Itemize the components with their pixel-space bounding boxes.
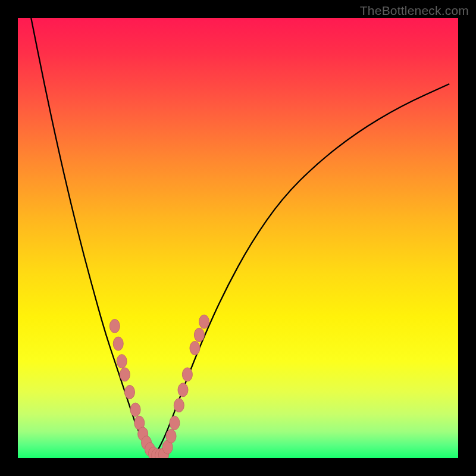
chart-frame: TheBottleneck.com: [0, 0, 476, 476]
data-marker: [166, 430, 176, 443]
data-marker: [174, 399, 184, 412]
data-marker: [109, 320, 120, 333]
watermark-text: TheBottleneck.com: [360, 4, 469, 18]
left-branch-curve: [31, 18, 154, 456]
data-marker: [124, 386, 134, 399]
data-marker: [113, 337, 123, 350]
plot-area: [18, 18, 458, 458]
data-marker: [170, 416, 180, 430]
right-branch-curve: [154, 84, 449, 456]
data-marker: [190, 342, 200, 355]
data-marker: [194, 328, 204, 342]
data-markers: [109, 315, 209, 458]
data-marker: [182, 368, 192, 381]
data-marker: [117, 355, 127, 368]
data-marker: [199, 315, 209, 328]
curve-layer: [18, 18, 458, 458]
data-marker: [130, 403, 140, 416]
data-marker: [178, 383, 188, 397]
data-marker: [120, 368, 130, 381]
